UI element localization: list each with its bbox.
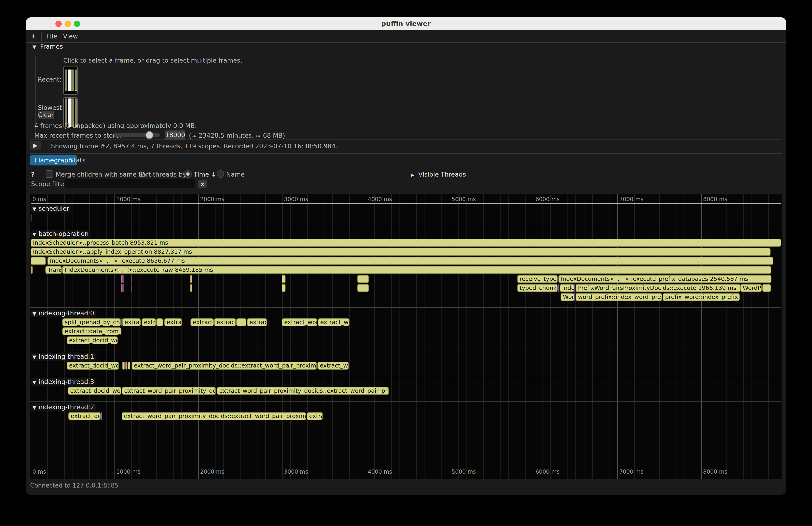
scope-bar[interactable] (121, 275, 123, 283)
frame-bar[interactable] (75, 70, 77, 91)
recent-frames-thumbnail[interactable] (63, 66, 78, 95)
thread-header-indexing-thread-1[interactable]: ▼indexing-thread:1 (31, 353, 96, 361)
clear-button[interactable]: Clear (38, 111, 54, 119)
flamegraph-canvas[interactable]: 0 ms0 ms1000 ms1000 ms2000 ms2000 ms3000… (30, 194, 782, 479)
gridline-minor (718, 194, 719, 479)
scope-bar[interactable]: extract_doc (68, 412, 101, 420)
sort-name-label[interactable]: Name (226, 171, 245, 178)
scope-bar[interactable] (123, 284, 124, 292)
thread-header-indexing-thread-3[interactable]: ▼indexing-thread:3 (31, 378, 96, 386)
thread-header-scheduler[interactable]: ▼scheduler (31, 205, 71, 213)
max-frames-value[interactable]: 18000 (165, 130, 185, 140)
thread-header-indexing-thread-0[interactable]: ▼indexing-thread:0 (31, 310, 96, 317)
scope-bar[interactable]: IndexScheduler>::process_batch 8953.821 … (31, 239, 781, 247)
scope-bar[interactable] (128, 362, 130, 369)
scope-bar[interactable] (31, 257, 46, 265)
scope-bar[interactable]: WordPr (740, 284, 762, 292)
scope-bar[interactable]: extract_word (282, 318, 317, 326)
scope-bar[interactable] (282, 284, 286, 292)
scope-bar[interactable]: receive_typed_ (517, 275, 557, 283)
scope-bar[interactable]: extrac (307, 412, 323, 420)
sort-time-radio[interactable] (184, 170, 192, 178)
scope-bar[interactable]: Word (561, 293, 574, 301)
scope-bar[interactable]: prefix_word::index_prefix_wo (663, 293, 740, 301)
scope-bar[interactable]: split_grenad_by_chun (62, 318, 121, 326)
scope-bar[interactable]: index (560, 284, 574, 292)
scope-bar[interactable]: extract_docid_word (67, 336, 118, 344)
scope-bar[interactable] (122, 362, 125, 369)
scope-bar[interactable] (236, 318, 246, 326)
scope-bar[interactable] (357, 284, 369, 292)
ruler-tick-label: 6000 ms (536, 196, 560, 203)
scope-bar[interactable] (31, 214, 31, 221)
scope-bar[interactable] (156, 318, 163, 326)
scope-bar[interactable] (574, 293, 575, 301)
scope-bar[interactable]: extract_word_pair_proximity_docids::extr… (132, 362, 317, 369)
scope-bar[interactable] (558, 284, 560, 292)
sort-time-label[interactable]: Time ↓ (194, 171, 216, 178)
scope-bar[interactable]: extract (247, 318, 267, 326)
frame-bar[interactable] (71, 70, 74, 91)
scope-bar[interactable] (763, 284, 771, 292)
thread-header-indexing-thread-2[interactable]: ▼indexing-thread:2 (31, 404, 96, 411)
max-frames-slider-knob[interactable] (146, 131, 154, 139)
separator (48, 140, 48, 151)
help-button[interactable]: ? (31, 171, 35, 178)
scope-bar[interactable]: extract_docid_word (68, 387, 121, 395)
scope-bar[interactable]: extract_docid_word (67, 362, 119, 369)
gridline-minor (576, 194, 576, 479)
scope-bar[interactable] (125, 362, 128, 369)
scope-bar[interactable]: IndexScheduler>::apply_index_operation 8… (31, 248, 770, 256)
scope-bar[interactable]: extract_ (190, 318, 214, 326)
visible-threads-header[interactable]: ▶ Visible Threads (411, 171, 466, 178)
scope-bar[interactable]: IndexDocuments<_, _>::execute_raw 8459.1… (62, 266, 771, 274)
scope-bar[interactable] (121, 284, 123, 292)
scope-bar[interactable]: extrac (164, 318, 182, 326)
scope-bar[interactable]: IndexDocuments<_, _>::execute 8656.677 m… (47, 257, 773, 265)
gridline-minor (307, 194, 308, 479)
scope-bar[interactable] (282, 275, 286, 283)
scope-bar[interactable] (190, 284, 192, 292)
theme-toggle-icon[interactable]: ☀ (31, 30, 36, 43)
scope-bar[interactable]: extract_ (214, 318, 236, 326)
frame-bar-selected[interactable] (68, 70, 71, 91)
scope-bar[interactable]: word_prefix::index_word_prefix_ (576, 293, 662, 301)
scope-bar[interactable] (101, 412, 102, 420)
scope-bar[interactable]: extract_word_pair_proximity_docids::extr… (217, 387, 389, 395)
scope-bar[interactable]: Trans (45, 266, 62, 274)
frame-bar[interactable] (65, 70, 67, 91)
scope-bar[interactable]: extract_word_pair_proximity_docids (122, 387, 216, 395)
frames-section-header[interactable]: ▼ Frames (32, 43, 63, 50)
menu-file[interactable]: File (47, 30, 57, 43)
scope-bar[interactable]: extract_word_pair_proximity_docids::extr… (122, 412, 306, 420)
scope-bar[interactable] (121, 318, 122, 326)
scope-bar[interactable] (190, 275, 192, 283)
scope-bar[interactable] (123, 275, 124, 283)
menu-view[interactable]: View (63, 30, 78, 43)
scope-bar[interactable]: extract::data_from_ob (62, 327, 121, 335)
scope-bar[interactable] (131, 275, 132, 283)
scope-bar[interactable]: extract_wo (318, 362, 349, 369)
scope-bar[interactable] (357, 275, 369, 283)
scope-filter-input[interactable] (64, 179, 195, 188)
scope-bar[interactable]: IndexDocuments<_, _>::execute_prefix_dat… (559, 275, 771, 283)
thread-separator (30, 376, 781, 376)
scope-bar[interactable] (131, 284, 132, 292)
gridline-minor (609, 194, 609, 479)
thread-header-batch-operation[interactable]: ▼batch-operation (31, 230, 90, 238)
scope-bar[interactable]: extract (122, 318, 141, 326)
scope-bar[interactable] (31, 266, 33, 274)
scope-bar[interactable]: typed_chunk::w (517, 284, 557, 292)
play-pause-button[interactable]: ▶ (30, 141, 41, 150)
gridline-major (617, 194, 618, 479)
scope-bar[interactable]: PrefixWordPairsProximityDocids::execute … (576, 284, 740, 292)
ruler-tick-label: 1000 ms (116, 196, 141, 203)
separator (134, 170, 134, 179)
merge-children-checkbox[interactable] (46, 170, 53, 178)
sort-name-radio[interactable] (217, 170, 224, 178)
scope-bar[interactable]: extract_wo (318, 318, 349, 326)
clear-filter-button[interactable]: x (198, 180, 207, 188)
tab-stats[interactable]: Stats (65, 155, 90, 165)
scope-bar[interactable]: extra (142, 318, 156, 326)
scope-bar[interactable] (574, 284, 575, 292)
